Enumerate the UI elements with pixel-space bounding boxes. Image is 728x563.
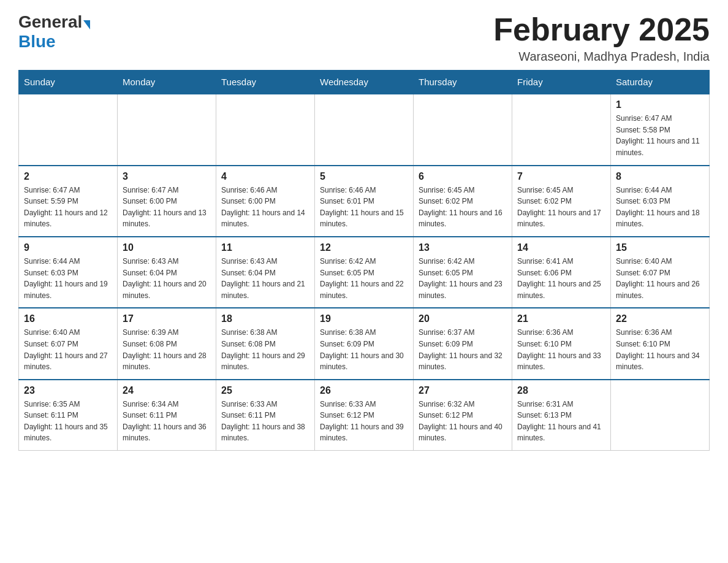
day-info: Sunrise: 6:36 AM Sunset: 6:10 PM Dayligh… bbox=[517, 327, 605, 372]
day-number: 3 bbox=[123, 171, 211, 182]
calendar-header-saturday: Saturday bbox=[611, 71, 710, 94]
day-info: Sunrise: 6:38 AM Sunset: 6:09 PM Dayligh… bbox=[320, 327, 408, 372]
calendar-cell: 14Sunrise: 6:41 AM Sunset: 6:06 PM Dayli… bbox=[512, 237, 611, 308]
calendar-cell: 5Sunrise: 6:46 AM Sunset: 6:01 PM Daylig… bbox=[315, 166, 414, 237]
day-info: Sunrise: 6:38 AM Sunset: 6:08 PM Dayligh… bbox=[221, 327, 309, 372]
day-info: Sunrise: 6:45 AM Sunset: 6:02 PM Dayligh… bbox=[419, 185, 507, 230]
calendar-cell: 17Sunrise: 6:39 AM Sunset: 6:08 PM Dayli… bbox=[118, 308, 216, 379]
day-number: 16 bbox=[24, 313, 112, 324]
calendar-cell bbox=[118, 94, 216, 165]
calendar-header-thursday: Thursday bbox=[414, 71, 512, 94]
calendar-cell: 25Sunrise: 6:33 AM Sunset: 6:11 PM Dayli… bbox=[216, 380, 315, 451]
day-number: 12 bbox=[320, 242, 408, 253]
calendar-header-row: SundayMondayTuesdayWednesdayThursdayFrid… bbox=[19, 71, 710, 94]
day-number: 9 bbox=[24, 242, 112, 253]
day-number: 15 bbox=[616, 242, 704, 253]
day-info: Sunrise: 6:40 AM Sunset: 6:07 PM Dayligh… bbox=[24, 327, 112, 372]
calendar-cell bbox=[414, 94, 512, 165]
day-number: 24 bbox=[123, 385, 211, 396]
day-info: Sunrise: 6:47 AM Sunset: 5:58 PM Dayligh… bbox=[616, 113, 704, 158]
day-number: 7 bbox=[517, 171, 605, 182]
day-info: Sunrise: 6:37 AM Sunset: 6:09 PM Dayligh… bbox=[419, 327, 507, 372]
day-info: Sunrise: 6:32 AM Sunset: 6:12 PM Dayligh… bbox=[419, 399, 507, 444]
day-number: 22 bbox=[616, 313, 704, 324]
month-title: February 2025 bbox=[493, 12, 710, 47]
day-number: 2 bbox=[24, 171, 112, 182]
calendar-week-row: 16Sunrise: 6:40 AM Sunset: 6:07 PM Dayli… bbox=[19, 308, 710, 379]
calendar-cell bbox=[315, 94, 414, 165]
day-info: Sunrise: 6:43 AM Sunset: 6:04 PM Dayligh… bbox=[123, 256, 211, 301]
day-info: Sunrise: 6:35 AM Sunset: 6:11 PM Dayligh… bbox=[24, 399, 112, 444]
day-info: Sunrise: 6:42 AM Sunset: 6:05 PM Dayligh… bbox=[419, 256, 507, 301]
day-number: 4 bbox=[221, 171, 309, 182]
calendar-cell bbox=[216, 94, 315, 165]
calendar-header-wednesday: Wednesday bbox=[315, 71, 414, 94]
calendar-cell bbox=[19, 94, 118, 165]
day-info: Sunrise: 6:40 AM Sunset: 6:07 PM Dayligh… bbox=[616, 256, 704, 301]
calendar-cell: 7Sunrise: 6:45 AM Sunset: 6:02 PM Daylig… bbox=[512, 166, 611, 237]
day-info: Sunrise: 6:33 AM Sunset: 6:12 PM Dayligh… bbox=[320, 399, 408, 444]
day-number: 17 bbox=[123, 313, 211, 324]
calendar-week-row: 9Sunrise: 6:44 AM Sunset: 6:03 PM Daylig… bbox=[19, 237, 710, 308]
day-number: 13 bbox=[419, 242, 507, 253]
logo: General Blue bbox=[18, 12, 90, 52]
logo-general-text: General bbox=[18, 12, 82, 32]
calendar-week-row: 23Sunrise: 6:35 AM Sunset: 6:11 PM Dayli… bbox=[19, 380, 710, 451]
day-number: 8 bbox=[616, 171, 704, 182]
day-info: Sunrise: 6:34 AM Sunset: 6:11 PM Dayligh… bbox=[123, 399, 211, 444]
calendar-cell: 24Sunrise: 6:34 AM Sunset: 6:11 PM Dayli… bbox=[118, 380, 216, 451]
calendar-cell: 3Sunrise: 6:47 AM Sunset: 6:00 PM Daylig… bbox=[118, 166, 216, 237]
day-number: 1 bbox=[616, 99, 704, 110]
calendar-cell: 13Sunrise: 6:42 AM Sunset: 6:05 PM Dayli… bbox=[414, 237, 512, 308]
day-info: Sunrise: 6:41 AM Sunset: 6:06 PM Dayligh… bbox=[517, 256, 605, 301]
calendar-cell bbox=[512, 94, 611, 165]
calendar-cell: 15Sunrise: 6:40 AM Sunset: 6:07 PM Dayli… bbox=[611, 237, 710, 308]
logo-blue-text: Blue bbox=[18, 32, 56, 52]
calendar-cell: 16Sunrise: 6:40 AM Sunset: 6:07 PM Dayli… bbox=[19, 308, 118, 379]
calendar-cell: 23Sunrise: 6:35 AM Sunset: 6:11 PM Dayli… bbox=[19, 380, 118, 451]
day-number: 21 bbox=[517, 313, 605, 324]
day-number: 18 bbox=[221, 313, 309, 324]
calendar-cell: 18Sunrise: 6:38 AM Sunset: 6:08 PM Dayli… bbox=[216, 308, 315, 379]
day-info: Sunrise: 6:44 AM Sunset: 6:03 PM Dayligh… bbox=[616, 185, 704, 230]
day-number: 27 bbox=[419, 385, 507, 396]
calendar-cell: 20Sunrise: 6:37 AM Sunset: 6:09 PM Dayli… bbox=[414, 308, 512, 379]
calendar-cell: 22Sunrise: 6:36 AM Sunset: 6:10 PM Dayli… bbox=[611, 308, 710, 379]
calendar-header-friday: Friday bbox=[512, 71, 611, 94]
day-info: Sunrise: 6:47 AM Sunset: 5:59 PM Dayligh… bbox=[24, 185, 112, 230]
calendar-cell: 19Sunrise: 6:38 AM Sunset: 6:09 PM Dayli… bbox=[315, 308, 414, 379]
calendar-cell: 9Sunrise: 6:44 AM Sunset: 6:03 PM Daylig… bbox=[19, 237, 118, 308]
day-number: 10 bbox=[123, 242, 211, 253]
calendar-cell: 21Sunrise: 6:36 AM Sunset: 6:10 PM Dayli… bbox=[512, 308, 611, 379]
day-info: Sunrise: 6:45 AM Sunset: 6:02 PM Dayligh… bbox=[517, 185, 605, 230]
day-info: Sunrise: 6:46 AM Sunset: 6:01 PM Dayligh… bbox=[320, 185, 408, 230]
day-info: Sunrise: 6:31 AM Sunset: 6:13 PM Dayligh… bbox=[517, 399, 605, 444]
calendar-header-tuesday: Tuesday bbox=[216, 71, 315, 94]
day-number: 6 bbox=[419, 171, 507, 182]
calendar-cell: 28Sunrise: 6:31 AM Sunset: 6:13 PM Dayli… bbox=[512, 380, 611, 451]
day-number: 19 bbox=[320, 313, 408, 324]
day-info: Sunrise: 6:44 AM Sunset: 6:03 PM Dayligh… bbox=[24, 256, 112, 301]
day-number: 28 bbox=[517, 385, 605, 396]
calendar-cell: 12Sunrise: 6:42 AM Sunset: 6:05 PM Dayli… bbox=[315, 237, 414, 308]
calendar-cell: 6Sunrise: 6:45 AM Sunset: 6:02 PM Daylig… bbox=[414, 166, 512, 237]
day-info: Sunrise: 6:47 AM Sunset: 6:00 PM Dayligh… bbox=[123, 185, 211, 230]
calendar-cell: 10Sunrise: 6:43 AM Sunset: 6:04 PM Dayli… bbox=[118, 237, 216, 308]
day-number: 11 bbox=[221, 242, 309, 253]
day-info: Sunrise: 6:46 AM Sunset: 6:00 PM Dayligh… bbox=[221, 185, 309, 230]
day-info: Sunrise: 6:42 AM Sunset: 6:05 PM Dayligh… bbox=[320, 256, 408, 301]
calendar-header-sunday: Sunday bbox=[19, 71, 118, 94]
calendar-cell: 4Sunrise: 6:46 AM Sunset: 6:00 PM Daylig… bbox=[216, 166, 315, 237]
calendar-cell: 1Sunrise: 6:47 AM Sunset: 5:58 PM Daylig… bbox=[611, 94, 710, 165]
day-number: 14 bbox=[517, 242, 605, 253]
location-text: Waraseoni, Madhya Pradesh, India bbox=[493, 50, 710, 64]
page-header: General Blue February 2025 Waraseoni, Ma… bbox=[18, 12, 710, 64]
calendar-table: SundayMondayTuesdayWednesdayThursdayFrid… bbox=[18, 70, 710, 451]
calendar-cell: 2Sunrise: 6:47 AM Sunset: 5:59 PM Daylig… bbox=[19, 166, 118, 237]
title-section: February 2025 Waraseoni, Madhya Pradesh,… bbox=[493, 12, 710, 64]
day-number: 5 bbox=[320, 171, 408, 182]
logo-triangle-icon bbox=[83, 20, 90, 29]
day-number: 20 bbox=[419, 313, 507, 324]
calendar-header-monday: Monday bbox=[118, 71, 216, 94]
day-info: Sunrise: 6:36 AM Sunset: 6:10 PM Dayligh… bbox=[616, 327, 704, 372]
